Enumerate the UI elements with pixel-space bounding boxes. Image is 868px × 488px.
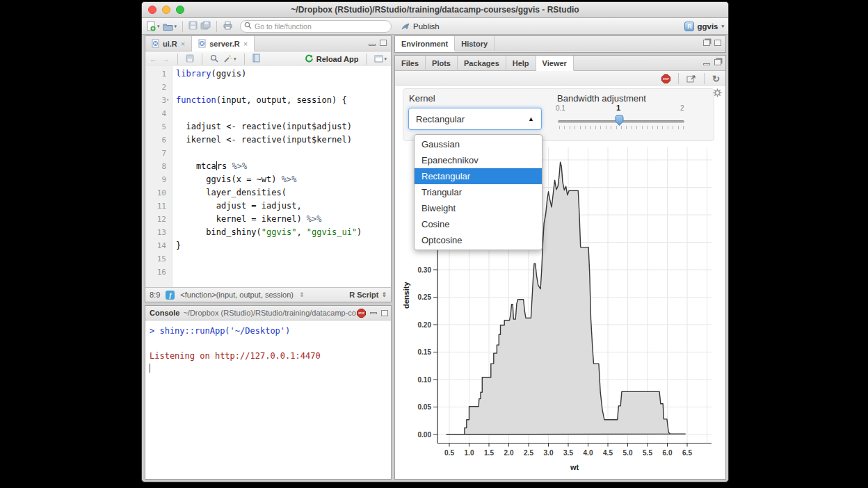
- back-icon[interactable]: ←: [150, 55, 157, 63]
- editor-statusbar: 8:9 f <function>(input, output, session)…: [145, 287, 391, 302]
- compile-notebook-icon[interactable]: [252, 54, 260, 64]
- bandwidth-slider-handle[interactable]: [614, 115, 625, 129]
- new-file-icon[interactable]: ▾: [146, 21, 160, 32]
- slider-tick: [559, 126, 560, 129]
- project-menu-button[interactable]: R ggvis ▾: [684, 22, 724, 31]
- console-header: Console ~/Dropbox (RStudio)/RStudio/trai…: [145, 306, 391, 320]
- reload-app-button[interactable]: Reload App: [305, 54, 359, 63]
- minimize-pane-icon[interactable]: [369, 44, 376, 46]
- publish-button[interactable]: Publish: [401, 22, 440, 31]
- minimize-pane-icon[interactable]: [370, 312, 377, 314]
- tab-server-r[interactable]: R server.R×: [192, 36, 255, 51]
- print-icon[interactable]: [223, 20, 233, 33]
- kernel-option[interactable]: Rectangular: [415, 168, 542, 184]
- svg-text:0.15: 0.15: [418, 348, 432, 356]
- source-on-save-panel-icon[interactable]: ▾: [374, 55, 387, 63]
- restore-pane-icon[interactable]: [714, 59, 721, 65]
- svg-text:STOP: STOP: [663, 78, 669, 81]
- tab-viewer[interactable]: Viewer: [536, 56, 574, 71]
- close-tab-icon[interactable]: ×: [243, 40, 248, 48]
- maximize-pane-icon[interactable]: [714, 40, 721, 46]
- tab-plots[interactable]: Plots: [426, 56, 458, 70]
- svg-text:R: R: [200, 41, 204, 46]
- gear-icon[interactable]: [713, 88, 722, 97]
- source-pane: R ui.R× R server.R× ← → ▾: [145, 35, 392, 302]
- slider-tick: [574, 126, 575, 129]
- main-toolbar: ▾ ▾ Publish R ggvis ▾: [142, 18, 728, 35]
- code-editor[interactable]: 1library(ggvis)23▾function(input, output…: [145, 66, 391, 288]
- save-icon[interactable]: [186, 54, 194, 64]
- minimize-pane-icon[interactable]: [703, 63, 710, 65]
- svg-text:2.5: 2.5: [524, 449, 533, 457]
- open-in-new-window-icon[interactable]: [686, 74, 696, 83]
- slider-tick: [564, 126, 565, 129]
- svg-text:0.10: 0.10: [418, 376, 432, 384]
- toolbar-separator: [182, 21, 183, 32]
- console-line: [150, 337, 391, 350]
- tab-history[interactable]: History: [455, 36, 495, 51]
- goto-file-input[interactable]: [240, 20, 392, 33]
- kernel-option[interactable]: Epanechnikov: [415, 152, 542, 168]
- svg-text:4.5: 4.5: [603, 449, 613, 457]
- slider-min-label: 0.1: [556, 104, 565, 112]
- svg-text:density: density: [402, 282, 410, 309]
- slider-tick: [590, 126, 591, 129]
- environment-pane: Environment History: [394, 35, 726, 53]
- slider-tick: [662, 126, 663, 129]
- find-icon[interactable]: [210, 54, 218, 64]
- restore-pane-icon[interactable]: [703, 40, 710, 46]
- save-icon[interactable]: [188, 20, 198, 33]
- kernel-option[interactable]: Cosine: [415, 216, 542, 232]
- titlebar: ~/Dropbox (RStudio)/RStudio/training/dat…: [142, 2, 728, 18]
- open-file-icon[interactable]: ▾: [163, 22, 177, 31]
- tab-packages[interactable]: Packages: [458, 56, 506, 70]
- svg-text:0.00: 0.00: [418, 431, 432, 439]
- code-tools-icon[interactable]: ▾: [223, 55, 236, 63]
- tab-files[interactable]: Files: [395, 56, 426, 70]
- kernel-option[interactable]: Gaussian: [415, 136, 542, 152]
- tab-environment[interactable]: Environment: [395, 36, 455, 51]
- maximize-pane-icon[interactable]: [380, 40, 387, 46]
- svg-text:R: R: [154, 41, 157, 46]
- stop-icon[interactable]: STOP: [661, 74, 670, 83]
- kernel-select[interactable]: Rectangular ▲: [408, 108, 542, 130]
- reload-icon: [305, 54, 314, 63]
- console-cursor: [150, 364, 150, 373]
- kernel-dropdown-menu: GaussianEpanechnikovRectangularTriangula…: [414, 134, 542, 250]
- svg-text:1.0: 1.0: [465, 449, 474, 457]
- r-project-icon: R: [684, 22, 694, 31]
- filetype-chevron-icon: ⇕: [381, 291, 387, 298]
- window-title: ~/Dropbox (RStudio)/RStudio/training/dat…: [142, 5, 728, 15]
- svg-text:0.25: 0.25: [418, 293, 432, 301]
- svg-text:5.0: 5.0: [623, 449, 633, 457]
- close-tab-icon[interactable]: ×: [181, 40, 185, 48]
- search-icon: [244, 22, 252, 29]
- kernel-option[interactable]: Optcosine: [415, 232, 542, 248]
- console-line: > shiny::runApp('~/Desktop'): [150, 325, 391, 337]
- forward-icon[interactable]: →: [162, 55, 170, 63]
- save-all-icon[interactable]: [200, 20, 211, 33]
- kernel-option[interactable]: Biweight: [415, 200, 542, 216]
- code-line: 7: [145, 147, 391, 160]
- function-icon: f: [166, 291, 175, 300]
- tab-ui-r[interactable]: R ui.R×: [145, 36, 192, 51]
- console-output[interactable]: > shiny::runApp('~/Desktop') Listening o…: [145, 320, 391, 479]
- project-caret-icon: ▾: [721, 24, 724, 29]
- console-pane: Console ~/Dropbox (RStudio)/RStudio/trai…: [145, 305, 392, 480]
- tab-help[interactable]: Help: [506, 56, 536, 70]
- svg-text:6.5: 6.5: [682, 449, 692, 457]
- maximize-pane-icon[interactable]: [381, 310, 388, 316]
- stop-icon[interactable]: STOP: [357, 309, 366, 318]
- function-context[interactable]: <function>(input, output, session): [180, 291, 294, 299]
- kernel-option[interactable]: Triangular: [415, 184, 542, 200]
- toolbar-separator: [216, 21, 217, 32]
- file-type-label[interactable]: R Script: [349, 291, 378, 299]
- refresh-icon[interactable]: ↻: [712, 74, 720, 83]
- svg-text:wt: wt: [570, 463, 579, 471]
- r-script-icon: R: [152, 39, 159, 48]
- svg-text:5.5: 5.5: [643, 449, 652, 457]
- code-line: 14}: [145, 239, 391, 252]
- slider-tick: [606, 126, 606, 129]
- console-title[interactable]: Console: [150, 309, 179, 317]
- slider-tick: [668, 126, 668, 129]
